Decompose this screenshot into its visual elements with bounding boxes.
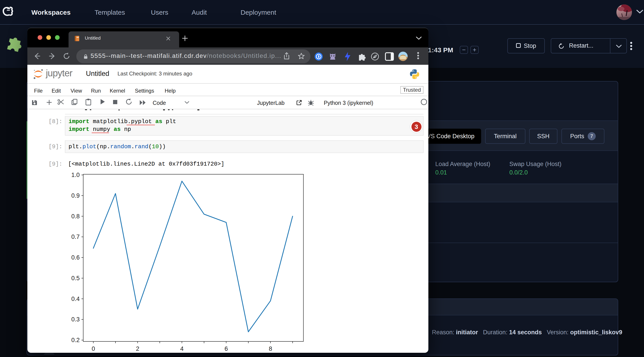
svg-text:0.6: 0.6 xyxy=(71,254,80,261)
svg-text:2: 2 xyxy=(136,346,139,352)
svg-text:6: 6 xyxy=(224,346,228,352)
svg-text:0.8: 0.8 xyxy=(71,213,80,220)
svg-text:0.9: 0.9 xyxy=(71,192,80,199)
svg-text:0: 0 xyxy=(92,346,95,352)
svg-text:1.0: 1.0 xyxy=(71,172,80,178)
svg-text:0.2: 0.2 xyxy=(71,337,80,344)
svg-text:4: 4 xyxy=(180,346,184,352)
svg-text:0.5: 0.5 xyxy=(71,275,80,282)
svg-text:0.7: 0.7 xyxy=(71,234,80,240)
svg-text:0.4: 0.4 xyxy=(71,296,80,302)
svg-text:8: 8 xyxy=(269,346,272,352)
svg-text:0.3: 0.3 xyxy=(71,316,80,323)
